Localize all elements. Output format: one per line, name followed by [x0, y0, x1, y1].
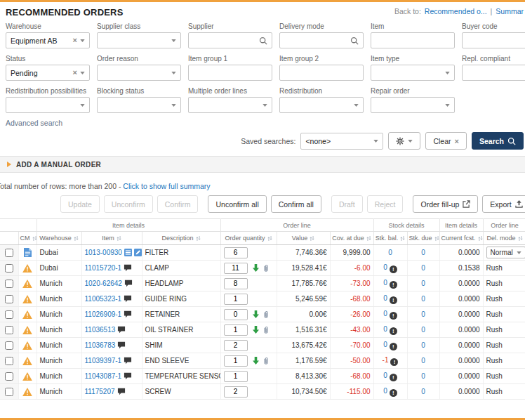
row-checkbox[interactable] — [5, 249, 13, 257]
export-button[interactable]: Export — [482, 195, 525, 213]
stock-balance-link[interactable]: 0 — [383, 372, 387, 379]
stock-balance-link[interactable]: 0 — [383, 294, 387, 302]
order-quantity-input[interactable] — [224, 324, 248, 336]
filter-select[interactable] — [371, 97, 455, 113]
stock-due-link[interactable]: 0 — [421, 357, 425, 365]
column-header-current-fcst[interactable]: Current fcst. — [439, 232, 483, 245]
order-quantity-input[interactable] — [224, 309, 248, 320]
column-header-description[interactable]: Description — [142, 232, 220, 245]
row-checkbox[interactable] — [5, 280, 13, 288]
column-header-warehouse[interactable]: Warehouse — [36, 232, 81, 245]
stock-balance-link[interactable]: 0 — [383, 310, 387, 317]
stock-due-link[interactable]: 0 — [421, 326, 425, 334]
stock-due-link[interactable]: 0 — [421, 280, 425, 287]
clear-x-icon[interactable]: × — [73, 37, 77, 44]
stock-due-link[interactable]: 0 — [421, 249, 425, 256]
stock-due-link[interactable]: 0 — [421, 264, 425, 272]
confirm-all-button[interactable]: Confirm all — [271, 195, 321, 213]
filter-select[interactable] — [97, 65, 181, 81]
item-link[interactable]: 11175207 — [85, 388, 115, 395]
stock-due-link[interactable]: 0 — [421, 310, 425, 318]
filter-select[interactable] — [371, 65, 455, 81]
filter-text-input[interactable] — [188, 65, 272, 81]
stock-balance-link[interactable]: -1 — [383, 356, 389, 364]
row-checkbox[interactable] — [5, 357, 13, 365]
item-link[interactable]: 1020-62642 — [85, 280, 122, 287]
filter-multiselect[interactable]: Equipment AB× — [6, 32, 90, 48]
order-quantity-input[interactable] — [224, 294, 248, 305]
column-header-del-mode[interactable]: Del. mode — [483, 232, 525, 245]
stock-balance-link[interactable]: 0 — [383, 341, 387, 348]
stock-due-link[interactable]: 0 — [421, 372, 425, 380]
row-checkbox[interactable] — [5, 388, 13, 396]
back-link-recommended-orders[interactable]: Recommended o... — [425, 7, 487, 15]
order-quantity-input[interactable] — [224, 247, 248, 258]
column-header-order-quantity[interactable]: Order quantity — [220, 232, 277, 245]
unconfirm-all-button[interactable]: Unconfirm all — [208, 195, 266, 213]
row-checkbox[interactable] — [5, 264, 13, 273]
order-fill-up-button[interactable]: Order fill-up — [413, 195, 478, 213]
filter-select[interactable] — [279, 97, 364, 113]
delivery-mode-select[interactable]: Normal — [486, 247, 525, 258]
item-link[interactable]: 11036783 — [85, 341, 116, 349]
search-button[interactable]: Search — [472, 132, 524, 150]
filter-select[interactable] — [97, 97, 181, 113]
order-quantity-input[interactable] — [224, 263, 248, 274]
item-link[interactable]: 11026909-1 — [85, 310, 122, 318]
row-checkbox[interactable] — [5, 310, 13, 319]
stock-balance-link[interactable]: 0 — [383, 325, 387, 333]
filter-search-input[interactable] — [188, 32, 272, 48]
filter-text-input[interactable] — [371, 32, 455, 48]
current-forecast-cell: 0.1538 — [439, 261, 483, 276]
coverage-at-due-cell: -70.00 — [330, 338, 373, 353]
column-header-cm[interactable]: CM — [18, 232, 36, 245]
order-quantity-input[interactable] — [224, 278, 248, 289]
order-quantity-input[interactable] — [224, 386, 248, 398]
filter-select[interactable] — [462, 65, 525, 81]
advanced-search-link[interactable]: Advanced search — [6, 119, 62, 127]
stock-balance-link[interactable]: 0 — [388, 249, 392, 256]
column-header-cov-at-due[interactable]: Cov. at due — [330, 232, 373, 245]
order-quantity-input[interactable] — [224, 340, 248, 351]
column-header-stk-bal[interactable]: Stk. bal. — [373, 232, 407, 245]
column-header-stk-due[interactable]: Stk. due — [407, 232, 439, 245]
filter-multiselect[interactable]: Pending× — [6, 65, 90, 81]
add-manual-order-bar[interactable]: ADD A MANUAL ORDER — [0, 156, 525, 173]
stock-balance-link[interactable]: 0 — [383, 263, 387, 271]
warning-icon — [22, 326, 32, 334]
column-header-item[interactable]: Item — [81, 232, 142, 245]
sort-icon — [117, 235, 121, 242]
stock-due-cell: 0 — [407, 261, 439, 276]
filter-select[interactable] — [6, 97, 90, 113]
row-checkbox[interactable] — [5, 326, 13, 334]
clear-x-icon[interactable]: × — [73, 69, 77, 77]
order-quantity-input[interactable] — [224, 355, 248, 367]
item-link[interactable]: 11005323-1 — [85, 295, 122, 303]
row-checkbox[interactable] — [5, 372, 13, 381]
filter-select[interactable] — [97, 32, 181, 48]
filter-text-input[interactable] — [279, 65, 364, 81]
item-link[interactable]: 1013-00930 — [85, 249, 122, 256]
clear-button[interactable]: Clear × — [425, 132, 467, 150]
filter-text-input[interactable] — [462, 32, 525, 48]
order-quantity-input[interactable] — [224, 371, 248, 382]
saved-searches-settings-button[interactable] — [388, 132, 420, 150]
item-link[interactable]: 11043087-1 — [85, 372, 122, 380]
warning-icon — [22, 280, 32, 288]
stock-due-link[interactable]: 0 — [421, 341, 425, 349]
stock-balance-link[interactable]: 0 — [383, 279, 387, 287]
stock-due-link[interactable]: 0 — [421, 388, 425, 395]
back-link-summary[interactable]: Summar — [496, 7, 524, 15]
filter-search-input[interactable] — [279, 32, 364, 48]
filter-select[interactable] — [188, 97, 272, 113]
saved-searches-select[interactable]: <none> — [300, 133, 383, 150]
show-full-summary-link[interactable]: Click to show full summary — [123, 182, 210, 190]
row-checkbox[interactable] — [5, 295, 13, 303]
item-link[interactable]: 11039397-1 — [85, 357, 122, 365]
stock-balance-link[interactable]: 0 — [383, 387, 387, 395]
row-checkbox[interactable] — [5, 341, 13, 350]
stock-due-link[interactable]: 0 — [421, 295, 425, 303]
item-link[interactable]: 11015720-1 — [85, 264, 122, 272]
item-link[interactable]: 11036513 — [85, 326, 116, 334]
column-header-value[interactable]: Value — [277, 232, 330, 245]
